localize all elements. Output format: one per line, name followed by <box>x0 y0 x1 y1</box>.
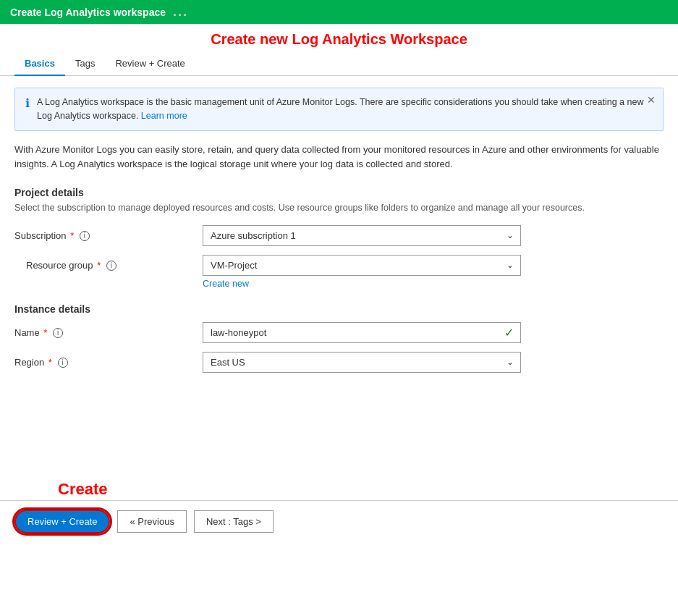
region-label: Region <box>14 357 44 368</box>
learn-more-link[interactable]: Learn more <box>141 111 187 121</box>
name-input[interactable] <box>203 322 521 343</box>
subscription-required: * <box>70 230 74 241</box>
region-control: East US ⌄ <box>203 352 664 373</box>
tabs: Basics Tags Review + Create <box>0 52 678 76</box>
region-select-wrapper: East US ⌄ <box>203 352 521 373</box>
title-bar-dots: ... <box>173 4 188 20</box>
create-annotation-area: Create <box>0 480 678 499</box>
tab-basics[interactable]: Basics <box>14 52 65 76</box>
resource-group-required: * <box>97 260 101 271</box>
region-required: * <box>48 357 52 368</box>
title-bar: Create Log Analytics workspace ... <box>0 0 678 24</box>
resource-group-row: Resource group * i VM-Project ⌄ Create n… <box>14 255 664 289</box>
info-box: ℹ A Log Analytics workspace is the basic… <box>14 88 664 131</box>
description-text: With Azure Monitor Logs you can easily s… <box>14 143 664 173</box>
subscription-select-wrapper: Azure subscription 1 ⌄ <box>203 225 521 246</box>
subscription-label-area: Subscription * i <box>14 225 203 242</box>
project-details-title: Project details <box>14 187 664 198</box>
resource-group-info-icon[interactable]: i <box>106 261 116 271</box>
resource-group-control: VM-Project ⌄ Create new <box>203 255 664 289</box>
resource-group-label-area: Resource group * i <box>14 255 203 271</box>
project-details-section: Project details Select the subscription … <box>14 187 664 289</box>
next-tags-button[interactable]: Next : Tags > <box>194 510 274 533</box>
subscription-row: Subscription * i Azure subscription 1 ⌄ <box>14 225 664 246</box>
info-icon: ℹ <box>25 96 30 110</box>
instance-details-section: Instance details Name * i ✓ Region * i <box>14 303 664 373</box>
region-select[interactable]: East US <box>203 352 521 373</box>
instance-details-title: Instance details <box>14 303 664 315</box>
bottom-bar: Review + Create « Previous Next : Tags > <box>0 500 678 542</box>
previous-button[interactable]: « Previous <box>117 510 186 533</box>
name-required: * <box>43 327 47 338</box>
name-label-area: Name * i <box>14 322 203 339</box>
name-label: Name <box>14 327 40 338</box>
create-annotation-text: Create <box>58 480 664 499</box>
subscription-info-icon[interactable]: i <box>80 231 90 241</box>
name-valid-icon: ✓ <box>504 326 514 339</box>
region-row: Region * i East US ⌄ <box>14 352 664 373</box>
subscription-control: Azure subscription 1 ⌄ <box>203 225 664 246</box>
name-control: ✓ <box>203 322 664 343</box>
page-header: Create new Log Analytics Workspace <box>0 24 678 52</box>
project-details-subtitle: Select the subscription to manage deploy… <box>14 201 664 215</box>
spacer <box>0 393 678 480</box>
info-box-text: A Log Analytics workspace is the basic m… <box>37 96 653 123</box>
region-label-area: Region * i <box>14 352 203 368</box>
review-create-button[interactable]: Review + Create <box>14 510 110 533</box>
subscription-label: Subscription <box>14 230 67 241</box>
name-row: Name * i ✓ <box>14 322 664 343</box>
resource-group-select-wrapper: VM-Project ⌄ <box>203 255 521 276</box>
create-new-link[interactable]: Create new <box>203 279 249 289</box>
resource-group-label: Resource group <box>26 260 93 271</box>
content-area: ℹ A Log Analytics workspace is the basic… <box>0 76 678 393</box>
title-bar-label: Create Log Analytics workspace <box>10 7 166 18</box>
name-input-wrapper: ✓ <box>203 322 521 343</box>
name-info-icon[interactable]: i <box>53 328 63 338</box>
info-close-button[interactable]: ✕ <box>647 94 656 106</box>
resource-group-select[interactable]: VM-Project <box>203 255 521 276</box>
tab-tags[interactable]: Tags <box>65 52 105 76</box>
subscription-select[interactable]: Azure subscription 1 <box>203 225 521 246</box>
region-info-icon[interactable]: i <box>58 358 68 368</box>
tab-review-create[interactable]: Review + Create <box>105 52 195 76</box>
